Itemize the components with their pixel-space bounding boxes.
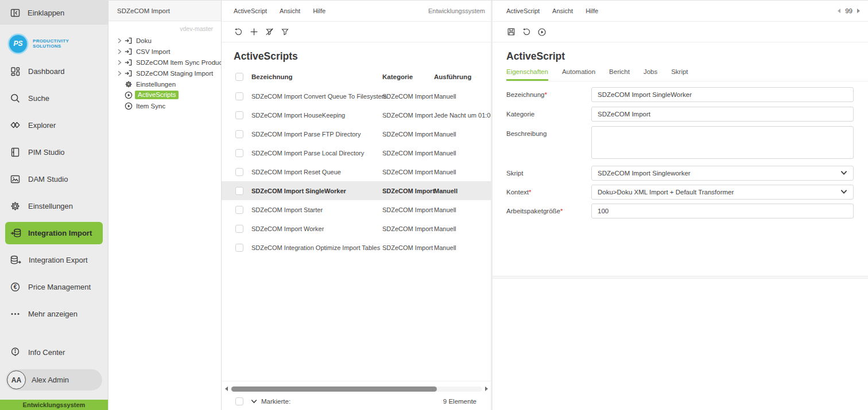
bezeichnung-input[interactable] [591,87,854,102]
horizontal-scrollbar[interactable] [224,385,489,393]
tree-item-item-sync[interactable]: Item Sync [108,100,221,111]
next-page-icon[interactable] [857,9,860,13]
tree-item-activescripts[interactable]: ActiveScripts [108,89,221,100]
filter-icon [281,28,289,36]
more-icon [10,309,21,319]
kontext-select[interactable]: Doku>Doku XML Import + Default Transform… [591,185,854,200]
save-button[interactable] [506,28,516,37]
run-button[interactable] [537,28,547,37]
filter-clear-button[interactable] [265,28,274,37]
chevron-right-icon[interactable] [117,38,122,44]
page-number: 99 [845,7,852,14]
tree-item-doku[interactable]: Doku [108,35,221,46]
tree-item-einstellungen[interactable]: Einstellungen [108,79,221,89]
menu-activescript[interactable]: ActiveScript [506,7,540,14]
tree-item-csv-import[interactable]: CSV Import [108,46,221,57]
scroll-left-icon[interactable] [224,386,228,392]
menu-hilfe[interactable]: Hilfe [313,7,326,14]
list-body: ActiveScripts Bezeichnung Kategorie Ausf… [222,42,491,381]
kategorie-input[interactable] [591,107,854,122]
tab-bericht[interactable]: Bericht [609,68,630,81]
row-checkbox[interactable] [235,92,243,100]
table-row[interactable]: SDZeCOM Import Worker SDZeCOM Import Man… [222,219,491,238]
prev-page-icon[interactable] [838,9,840,13]
brand-initials: PS [9,35,27,53]
collapse-icon [10,7,21,18]
sidebar-item-price-management[interactable]: € Price Management [0,274,108,300]
tree-panel-title: SDZeCOM Import [108,1,221,21]
record-pager: 99 [838,7,862,14]
menu-activescript[interactable]: ActiveScript [234,7,267,14]
menu-hilfe[interactable]: Hilfe [586,7,598,14]
table-row[interactable]: SDZeCOM Import Convert Queue To Filesyst… [222,87,491,106]
chevron-right-icon[interactable] [117,49,122,54]
chevron-right-icon[interactable] [117,71,122,76]
tree-item-staging-import[interactable]: SDZeCOM Staging Import [108,68,221,79]
arbeitspaketgroesse-input[interactable] [591,204,854,218]
scrollbar-thumb[interactable] [231,386,437,392]
import-node-icon [125,58,133,67]
row-checkbox[interactable] [235,187,243,195]
table-row[interactable]: SDZeCOM Integration Optimize Import Tabl… [222,238,491,257]
refresh-button[interactable] [522,28,531,37]
sidebar-item-dashboard[interactable]: Dashboard [0,58,108,85]
sidebar-item-integration-export[interactable]: Integration Export [0,247,108,274]
required-asterisk: * [545,91,547,98]
row-checkbox[interactable] [235,244,243,252]
menu-ansicht[interactable]: Ansicht [552,7,573,14]
chevron-right-icon[interactable] [117,60,122,65]
column-ausfuehrung[interactable]: Ausführung [434,73,491,80]
tab-jobs[interactable]: Jobs [644,68,657,81]
sidebar-item-mehr-anzeigen[interactable]: Mehr anzeigen [0,300,108,327]
field-kategorie: Kategorie [506,107,854,122]
row-checkbox[interactable] [235,168,243,176]
add-button[interactable] [249,28,258,37]
sidebar-item-einstellungen[interactable]: Einstellungen [0,193,108,220]
menu-ansicht[interactable]: Ansicht [280,7,300,14]
scrollbar-track[interactable] [230,386,482,392]
marked-checkbox[interactable] [235,397,243,405]
select-all-checkbox[interactable] [235,73,243,81]
sidebar-item-suche[interactable]: Suche [0,85,108,112]
refresh-button[interactable] [234,28,243,37]
table-row[interactable]: SDZeCOM Import Reset Queue SDZeCOM Impor… [222,162,491,181]
tab-automation[interactable]: Automation [562,68,595,81]
chevron-down-icon [840,189,847,194]
row-checkbox[interactable] [235,149,243,157]
column-kategorie[interactable]: Kategorie [382,73,434,80]
element-count: 9 Elemente [443,398,476,405]
sidebar-item-integration-import[interactable]: Integration Import [0,220,108,247]
user-name: Alex Admin [32,376,69,384]
tab-skript[interactable]: Skript [671,68,688,81]
collapse-sidebar-button[interactable]: Einklappen [0,1,108,25]
chevron-down-icon[interactable] [251,399,257,404]
sidebar-item-info-center[interactable]: Info Center [0,339,108,366]
column-bezeichnung[interactable]: Bezeichnung [251,73,382,80]
dam-studio-icon [10,174,21,185]
skript-select[interactable]: SDZeCOM Import Singleworker [591,166,854,181]
app-window: Einklappen PS PRODUCTIVITY SOLUTIONS Das… [0,0,868,410]
field-bezeichnung: Bezeichnung* [506,87,854,102]
user-menu[interactable]: AA Alex Admin [6,369,102,391]
sidebar-item-explorer[interactable]: Explorer [0,112,108,139]
row-checkbox[interactable] [235,225,243,233]
sidebar-item-pim-studio[interactable]: PIM Studio [0,139,108,166]
table-row[interactable]: SDZeCOM Import Parse FTP Directory SDZeC… [222,124,491,143]
tree-item-item-sync-products[interactable]: SDZeCOM Item Sync Products [108,57,221,68]
activescript-detail-panel: ActiveScript Ansicht Hilfe 99 ActiveScri… [491,1,868,410]
tab-eigenschaften[interactable]: Eigenschaften [506,68,548,81]
table-row-selected[interactable]: SDZeCOM Import SingleWorker SDZeCOM Impo… [222,181,491,200]
table-row[interactable]: SDZeCOM Import HouseKeeping SDZeCOM Impo… [222,106,491,124]
table-row[interactable]: SDZeCOM Import Starter SDZeCOM Import Ma… [222,200,491,219]
list-menubar: ActiveScript Ansicht Hilfe Entwicklungss… [222,1,491,22]
filter-button[interactable] [280,28,289,37]
beschreibung-textarea[interactable] [591,126,854,159]
sidebar-item-dam-studio[interactable]: DAM Studio [0,166,108,193]
scroll-right-icon[interactable] [484,386,489,392]
row-checkbox[interactable] [235,206,243,214]
collapse-label: Einklappen [28,9,64,17]
row-checkbox[interactable] [235,130,243,138]
row-checkbox[interactable] [235,111,243,119]
import-node-icon [125,48,133,56]
table-row[interactable]: SDZeCOM Import Parse Local Directory SDZ… [222,143,491,162]
